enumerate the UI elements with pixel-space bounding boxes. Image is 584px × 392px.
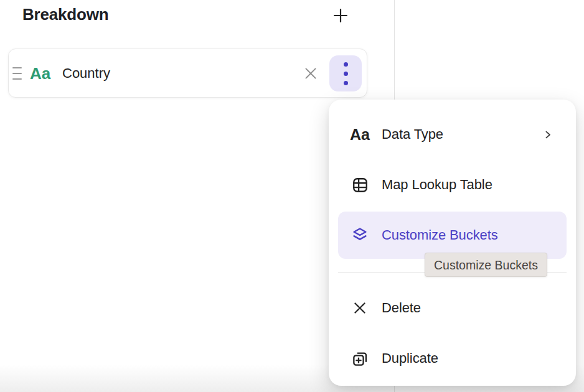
menu-item-map-lookup-table[interactable]: Map Lookup Table [338, 161, 567, 208]
menu-item-label: Data Type [382, 126, 443, 142]
chevron-right-icon [542, 129, 553, 140]
menu-item-label: Duplicate [382, 350, 438, 366]
menu-item-label: Map Lookup Table [382, 177, 492, 193]
menu-item-data-type[interactable]: Aa Data Type [338, 111, 567, 158]
plus-icon [332, 7, 349, 24]
add-breakdown-button[interactable] [331, 6, 350, 25]
breakdown-panel-screen: Breakdown Aa Country Aa [0, 0, 584, 392]
dot-icon [344, 62, 348, 67]
menu-item-duplicate[interactable]: Duplicate [338, 335, 567, 382]
table-icon [351, 176, 369, 194]
datatype-text-badge: Aa [30, 63, 50, 83]
menu-item-label: Delete [382, 300, 421, 316]
stack-icon [351, 226, 369, 245]
menu-item-delete[interactable]: Delete [338, 284, 567, 332]
breakdown-card[interactable]: Aa Country [8, 49, 367, 98]
context-menu: Aa Data Type Map Lookup Table [329, 100, 576, 386]
close-icon [303, 65, 319, 82]
x-icon [351, 300, 369, 316]
remove-breakdown-button[interactable] [303, 65, 319, 82]
drag-handle-icon[interactable] [12, 67, 22, 80]
text-datatype-icon: Aa [351, 127, 369, 142]
tooltip: Customize Buckets [425, 253, 547, 277]
breakdown-field-name: Country [62, 65, 110, 82]
dot-icon [344, 72, 348, 76]
copy-plus-icon [351, 350, 369, 368]
page-title: Breakdown [22, 5, 108, 24]
card-options-button[interactable] [329, 55, 362, 91]
menu-item-customize-buckets[interactable]: Customize Buckets [338, 212, 567, 259]
dot-icon [344, 81, 348, 85]
menu-item-label: Customize Buckets [382, 227, 498, 243]
